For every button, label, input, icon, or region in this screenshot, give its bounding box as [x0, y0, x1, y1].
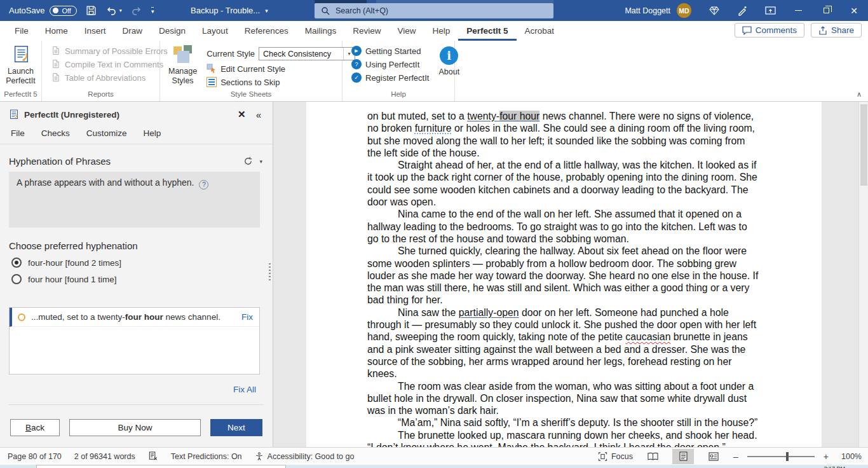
- choose-preferred-label: Choose preferred hyphenation: [9, 240, 264, 251]
- compile-text-in-comments-button: Compile Text in Comments: [48, 59, 170, 70]
- perfectit-gem-icon[interactable]: [700, 0, 728, 21]
- proofing-errors-icon[interactable]: [148, 451, 158, 461]
- share-button[interactable]: Share: [811, 23, 862, 38]
- tab-view[interactable]: View: [389, 21, 424, 41]
- minimize-button[interactable]: [784, 0, 812, 21]
- autosave-pill[interactable]: Off: [50, 6, 76, 16]
- check-title: Hyphenation of Phrases: [9, 156, 243, 167]
- marked-text: caucasian: [625, 331, 670, 342]
- taskbar-window-preview[interactable]: [36, 465, 286, 468]
- focus-button[interactable]: Focus: [598, 452, 633, 461]
- zoom-slider[interactable]: [747, 456, 815, 457]
- panel-menu-help[interactable]: Help: [135, 124, 170, 144]
- reports-items: Summary of Possible ErrorsCompile Text i…: [46, 44, 173, 90]
- tab-references[interactable]: References: [236, 21, 297, 41]
- text-predictions[interactable]: Text Predictions: On: [171, 452, 242, 461]
- using-perfectit-button[interactable]: ?Using PerfectIt: [349, 59, 431, 70]
- perfectit-logo-icon: [9, 109, 19, 120]
- comments-button[interactable]: Comments: [735, 23, 804, 38]
- hyphenation-option-0[interactable]: four-hour [found 2 times]: [11, 258, 273, 268]
- tab-home[interactable]: Home: [37, 21, 76, 41]
- document-icon: [51, 59, 61, 69]
- accessibility-status[interactable]: Accessibility: Good to go: [255, 451, 355, 461]
- panel-menu-checks[interactable]: Checks: [33, 124, 78, 144]
- radio-button-icon[interactable]: [11, 274, 22, 284]
- paragraph: She turned quickly, clearing the hallway…: [367, 245, 761, 306]
- radio-button-icon[interactable]: [11, 258, 22, 268]
- edit-current-style-button[interactable]: Edit Current Style: [204, 63, 358, 74]
- tab-draw[interactable]: Draw: [114, 21, 151, 41]
- page-indicator[interactable]: Page 80 of 170: [8, 452, 62, 461]
- manage-styles-button[interactable]: Manage Styles: [164, 44, 201, 90]
- tab-perfectit-5[interactable]: PerfectIt 5: [458, 21, 516, 41]
- play-icon: ▶: [351, 46, 362, 56]
- register-perfectit-button[interactable]: ✓Register PerfectIt: [349, 72, 431, 83]
- word-count[interactable]: 2 of 96341 words: [74, 452, 135, 461]
- panel-menu-customize[interactable]: Customize: [78, 124, 135, 144]
- document-title[interactable]: Backup - Trouble... ▾: [191, 0, 268, 21]
- launch-perfectit-button[interactable]: Launch PerfectIt: [1, 44, 40, 90]
- panel-resize-handle[interactable]: [269, 263, 271, 282]
- result-text: ...muted, set to a twenty-four hour news…: [31, 312, 220, 322]
- fix-all-link[interactable]: Fix All: [0, 385, 256, 394]
- autosave-label: AutoSave: [9, 6, 44, 15]
- panel-collapse-icon[interactable]: «: [255, 109, 264, 120]
- print-layout-button[interactable]: [672, 449, 694, 464]
- toggle-dot-icon: [53, 8, 58, 13]
- panel-close-icon[interactable]: ✕: [234, 109, 250, 120]
- getting-started-button[interactable]: ▶Getting Started: [349, 45, 431, 57]
- tab-insert[interactable]: Insert: [76, 21, 114, 41]
- close-button[interactable]: ✕: [840, 0, 868, 21]
- save-icon[interactable]: [86, 5, 97, 16]
- perfectit-doc-icon: [11, 45, 31, 64]
- zoom-in-button[interactable]: +: [824, 451, 829, 462]
- document-icon: [51, 46, 61, 56]
- buy-now-button[interactable]: Buy Now: [69, 419, 201, 436]
- tab-acrobat[interactable]: Acrobat: [517, 21, 563, 41]
- help-question-icon[interactable]: ?: [199, 180, 208, 189]
- quick-access-toolbar-menu-icon[interactable]: ▾: [151, 7, 154, 15]
- back-button[interactable]: Back: [10, 419, 60, 436]
- zoom-out-button[interactable]: –: [733, 451, 738, 462]
- undo-button[interactable]: ▾: [105, 6, 122, 16]
- tab-design[interactable]: Design: [151, 21, 194, 41]
- next-button[interactable]: Next: [210, 419, 262, 436]
- tab-layout[interactable]: Layout: [194, 21, 236, 41]
- ribbon-group-help: ▶Getting Started?Using PerfectIt✓Registe…: [342, 41, 455, 101]
- panel-menu-file[interactable]: File: [3, 124, 33, 144]
- check-icon: ✓: [351, 72, 362, 83]
- document-icon: [51, 72, 61, 83]
- marked-text: twenty-: [467, 111, 499, 121]
- search-input[interactable]: Search (Alt+Q): [315, 3, 553, 18]
- sections-to-skip-button[interactable]: Sections to Skip: [204, 76, 358, 88]
- user-name[interactable]: Matt Doggett: [625, 6, 670, 15]
- document-page[interactable]: on but muted, set to a twenty-four hour …: [306, 102, 822, 447]
- hyphenation-options: four-hour [found 2 times]four hour [foun…: [0, 258, 273, 284]
- web-layout-button[interactable]: [703, 449, 724, 464]
- result-item[interactable]: ...muted, set to a twenty-four hour news…: [10, 308, 259, 327]
- tab-help[interactable]: Help: [424, 21, 459, 41]
- zoom-level[interactable]: 100%: [837, 452, 862, 461]
- refresh-icon[interactable]: [243, 156, 253, 166]
- chevron-down-icon[interactable]: ▾: [259, 158, 262, 165]
- zoom-slider-thumb[interactable]: [786, 452, 789, 461]
- read-mode-button[interactable]: [642, 449, 663, 464]
- search-icon: [321, 6, 330, 15]
- result-list: ...muted, set to a twenty-four hour news…: [9, 307, 260, 375]
- tab-mailings[interactable]: Mailings: [297, 21, 345, 41]
- ribbon-display-options-icon[interactable]: [756, 0, 784, 21]
- editor-pen-icon[interactable]: [728, 0, 756, 21]
- hyphenation-option-1[interactable]: four hour [found 1 time]: [11, 274, 273, 284]
- redo-button[interactable]: [131, 6, 142, 16]
- autosave-toggle[interactable]: AutoSave Off: [9, 6, 77, 16]
- tab-file[interactable]: File: [6, 21, 37, 41]
- tab-review[interactable]: Review: [344, 21, 389, 41]
- fix-link[interactable]: Fix: [241, 312, 253, 322]
- current-style-dropdown[interactable]: Check Consistency ▾: [259, 47, 355, 60]
- avatar[interactable]: MD: [677, 3, 691, 18]
- collapse-ribbon-icon[interactable]: ∧: [857, 90, 862, 99]
- scrollbar-thumb[interactable]: [860, 104, 867, 186]
- taskbar-clock: 3:17 PM: [824, 465, 845, 468]
- vertical-scrollbar[interactable]: [858, 102, 868, 447]
- restore-button[interactable]: [812, 0, 840, 21]
